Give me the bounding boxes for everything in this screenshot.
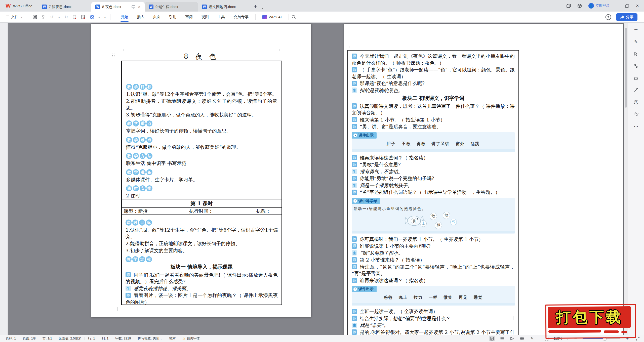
vertical-scrollbar[interactable]: [624, 23, 628, 335]
restore-button[interactable]: [625, 4, 629, 8]
web-layout-icon[interactable]: [519, 336, 525, 341]
print-icon[interactable]: [41, 15, 46, 20]
clear-format-page-icon[interactable]: [72, 15, 77, 20]
teacher-tag: 师: [352, 54, 357, 59]
status-spellcheck[interactable]: 拼写检查: 关闭 ⌄: [134, 336, 166, 341]
tab-bar: W WPS Office W 7 静夜思.docx W 8 夜色.docx ✕ …: [0, 0, 644, 12]
left-collapsed-panel[interactable]: [0, 23, 8, 335]
badge-char: 时: [132, 220, 138, 226]
courseware-box: 课件出示 爸爸 晚上 拉力 一样 微笑 再见 睡觉: [352, 286, 515, 306]
line-text: 1.认识“胆、敢”等12个生字，会写“色、把”等6个字，认识舌字旁1个偏旁。: [126, 227, 278, 239]
magic-wand-icon[interactable]: [633, 87, 639, 93]
worksheet-box: 课中导学单 活动一:给能与小鱼组词的泡泡涂色。 勇 敢散士胆气: [352, 198, 515, 234]
teacher-tag: 师: [352, 278, 357, 283]
menu-reference[interactable]: 引用: [165, 12, 181, 22]
play-presentation-icon[interactable]: [509, 336, 515, 341]
label-badge-row: 课时目标: [126, 219, 278, 226]
delete-page-icon[interactable]: [81, 15, 86, 20]
session-body-box: 课时目标1.认识“胆、敢”等12个生字，会写“色、把”等6个字，认识舌字旁1个偏…: [121, 215, 282, 305]
line-text: 同学们,我们一起看看夜晚的美丽景色吧!（ 课件出示:播放迷人夜色的视频。）看完后…: [126, 272, 278, 284]
search-icon[interactable]: [291, 15, 296, 20]
right-tool-panel: ─ ✎ ? ⋯: [628, 23, 644, 335]
save-icon[interactable]: [32, 15, 37, 20]
margin-corner-mark: [509, 316, 513, 320]
teacher-tag: 师: [352, 176, 357, 181]
courseware-strip: [352, 231, 515, 233]
badge-char: 准: [140, 169, 146, 175]
redo-icon[interactable]: ↻: [64, 15, 69, 20]
doc-line: 师“勇、讲、窗”是后鼻音，要注意读准。: [352, 123, 515, 130]
play-icon: [353, 287, 357, 291]
scrollbar-thumb[interactable]: [625, 28, 627, 108]
menu-page[interactable]: 页面: [149, 12, 165, 22]
close-window-button[interactable]: ✕: [636, 4, 639, 8]
menu-home[interactable]: 开始: [116, 12, 133, 22]
doc-line: 联系生活 集中识字 书写示范: [126, 160, 277, 167]
menu-view[interactable]: 视图: [197, 12, 213, 22]
doc-tab-3[interactable]: W 9 端午粽.docx: [145, 2, 198, 12]
minimize-button[interactable]: ─: [616, 4, 619, 8]
login-button[interactable]: 👤 立即登录: [588, 3, 610, 9]
word-bubble: 胆: [435, 222, 442, 229]
courseware-box: 课件出示 胆子 不敢 勇敢 讲了又讲 窗外 乱跳: [352, 132, 515, 152]
ribbon-toolbar: ☰ 文件 ⌄ ↺ ⌄ ↻ ⌄ ⌄ 开始 插入 页面 引用 审阅 视图 工具 会员…: [0, 12, 644, 23]
more-tools-chevron-icon[interactable]: ⌄: [104, 15, 106, 19]
line-text: （ 手拿字卡“色”）跟老师一起读——“色”，它可以组词：颜色、景色。跟老师一起读…: [352, 67, 515, 79]
menu-wps-ai[interactable]: WPS AI: [258, 12, 286, 22]
menu-insert[interactable]: 插入: [133, 12, 149, 22]
line-text: 谁再来读读这些词？（ 指名读）: [360, 278, 428, 283]
badge-char: 排: [146, 185, 152, 191]
teacher-tag: 师: [126, 293, 131, 298]
more-options-icon[interactable]: ⋯: [633, 123, 639, 129]
eye-protect-icon[interactable]: [633, 75, 639, 81]
page-view-icon[interactable]: [489, 336, 495, 341]
status-proofread[interactable]: 校对: [166, 336, 179, 341]
close-tab-icon[interactable]: ✕: [138, 5, 141, 9]
word-bubble: 敢: [430, 213, 437, 220]
merge-windows-icon[interactable]: [567, 4, 571, 8]
undo-icon[interactable]: ↺: [49, 15, 54, 20]
select-cursor-icon[interactable]: [633, 51, 639, 57]
label-badge-row: 教学方法: [126, 152, 277, 159]
format-painter-chevron-icon[interactable]: ⌄: [98, 15, 100, 19]
dialog-segment: 师今天就让我们一起走进《夜色》这篇课文，看一看课文里的小朋友眼中的夜色是什么样的…: [352, 53, 515, 130]
status-col: 列: 1: [98, 336, 112, 341]
ink-pen-icon[interactable]: ✎: [529, 336, 535, 341]
new-tab-button[interactable]: +: [251, 4, 260, 12]
status-missing-font[interactable]: ⚠缺失字体: [179, 336, 203, 341]
tab-list-chevron-icon[interactable]: ⌄: [260, 6, 265, 12]
doc-line: 3.初步懂得“克服胆小，做个勇敢的人，能收获美好” 的道理。: [126, 111, 277, 118]
doc-tab-2-active[interactable]: W 8 夜色.docx ✕: [91, 2, 145, 12]
edit-pen-icon[interactable]: ✎: [633, 39, 639, 45]
menu-tools[interactable]: 工具: [213, 12, 229, 22]
margin-corner-mark: [117, 307, 122, 311]
app-home-button[interactable]: W WPS Office: [0, 0, 38, 12]
document-page-1[interactable]: 8 夜 色 教学目标1.认识“胆、敢”等12个生字和舌字旁1个偏旁，会写“色、把…: [91, 24, 311, 317]
badge-char: 标: [146, 220, 152, 226]
doc-line: 生“我”从前胆子很小。: [352, 250, 515, 256]
header-margin-line: [124, 49, 279, 51]
doc-tab-4[interactable]: W 语文园地四.docx: [198, 2, 251, 12]
format-painter-icon[interactable]: [89, 15, 94, 20]
line-text: 2.能借助拼音，正确地朗读课文；读好长句子的停顿，读懂句子的意思。: [126, 98, 277, 111]
monitor-icon[interactable]: [132, 5, 135, 9]
skin-theme-icon[interactable]: [633, 111, 639, 117]
workspace-box-icon[interactable]: [577, 4, 582, 8]
file-menu-button[interactable]: ☰ 文件 ⌄: [3, 15, 25, 19]
undo-chevron-icon[interactable]: ⌄: [58, 15, 60, 19]
teacher-tag: 师: [352, 309, 357, 314]
adjust-sliders-icon[interactable]: [633, 63, 639, 69]
help-icon[interactable]: ?: [633, 99, 639, 105]
word-doc-icon: W: [95, 5, 100, 9]
line-text: 掌握字词，读好长句子的停顿，读懂句子的意思。: [126, 128, 231, 134]
badge-char: 学: [133, 153, 139, 159]
outline-view-icon[interactable]: [499, 336, 505, 341]
share-button[interactable]: 分享: [616, 13, 637, 21]
doc-tab-1[interactable]: W 7 静夜思.docx: [38, 2, 91, 12]
document-page-2[interactable]: 师今天就让我们一起走进《夜色》这篇课文，看一看课文里的小朋友眼中的夜色是什么样的…: [344, 24, 623, 335]
menu-review[interactable]: 审阅: [181, 12, 197, 22]
status-word-count[interactable]: 字数: 3219: [112, 336, 134, 341]
collapse-panel-icon[interactable]: ─: [633, 27, 639, 33]
menu-member[interactable]: 会员专享: [229, 12, 253, 22]
upload-cloud-icon[interactable]: [605, 14, 612, 20]
